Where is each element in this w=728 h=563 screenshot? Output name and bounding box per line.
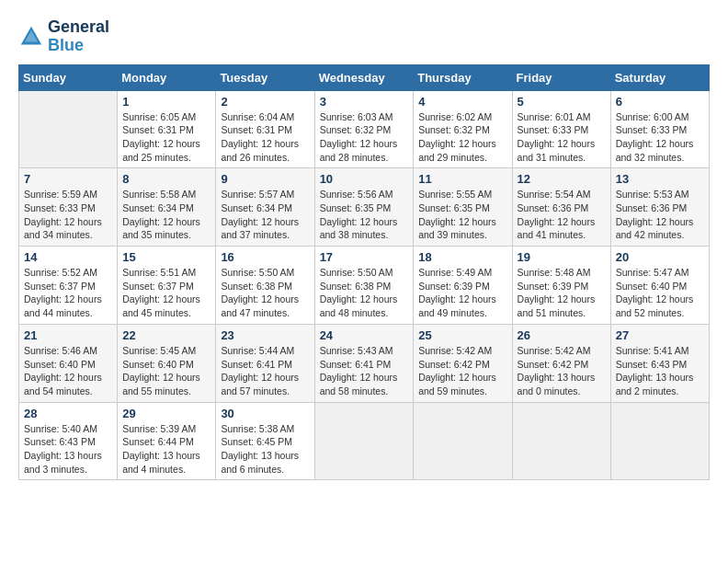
day-number: 13 <box>616 172 704 186</box>
calendar-cell: 4Sunrise: 6:02 AMSunset: 6:32 PMDaylight… <box>414 90 512 168</box>
calendar-cell: 20Sunrise: 5:47 AMSunset: 6:40 PMDayligh… <box>610 247 709 325</box>
day-number: 21 <box>24 328 112 342</box>
calendar-cell: 27Sunrise: 5:41 AMSunset: 6:43 PMDayligh… <box>610 324 709 402</box>
calendar-cell: 25Sunrise: 5:42 AMSunset: 6:42 PMDayligh… <box>414 324 512 402</box>
week-row: 1Sunrise: 6:05 AMSunset: 6:31 PMDaylight… <box>19 90 710 168</box>
day-info: Sunrise: 6:02 AMSunset: 6:32 PMDaylight:… <box>418 110 506 165</box>
day-number: 1 <box>122 95 210 109</box>
day-info: Sunrise: 5:47 AMSunset: 6:40 PMDaylight:… <box>616 266 704 320</box>
day-number: 25 <box>418 328 506 342</box>
day-info: Sunrise: 5:53 AMSunset: 6:36 PMDaylight:… <box>616 188 704 242</box>
day-number: 19 <box>518 250 606 264</box>
day-number: 15 <box>122 250 210 264</box>
day-info: Sunrise: 5:59 AMSunset: 6:33 PMDaylight:… <box>24 188 112 242</box>
day-number: 20 <box>616 250 704 264</box>
day-info: Sunrise: 5:51 AMSunset: 6:37 PMDaylight:… <box>122 266 210 320</box>
calendar-cell: 18Sunrise: 5:49 AMSunset: 6:39 PMDayligh… <box>414 247 512 325</box>
day-info: Sunrise: 5:49 AMSunset: 6:39 PMDaylight:… <box>418 266 506 320</box>
day-number: 7 <box>24 172 112 186</box>
day-info: Sunrise: 5:44 AMSunset: 6:41 PMDaylight:… <box>221 344 309 398</box>
header-cell-saturday: Saturday <box>610 64 709 90</box>
calendar-cell: 9Sunrise: 5:57 AMSunset: 6:34 PMDaylight… <box>216 168 314 247</box>
calendar-cell: 7Sunrise: 5:59 AMSunset: 6:33 PMDaylight… <box>19 168 118 247</box>
calendar-cell <box>512 402 610 480</box>
day-info: Sunrise: 5:46 AMSunset: 6:40 PMDaylight:… <box>24 344 112 398</box>
day-info: Sunrise: 5:54 AMSunset: 6:36 PMDaylight:… <box>518 188 606 242</box>
day-info: Sunrise: 6:05 AMSunset: 6:31 PMDaylight:… <box>122 110 210 165</box>
calendar-cell: 3Sunrise: 6:03 AMSunset: 6:32 PMDaylight… <box>314 90 414 168</box>
calendar-cell: 19Sunrise: 5:48 AMSunset: 6:39 PMDayligh… <box>512 247 610 325</box>
day-number: 26 <box>518 328 606 342</box>
calendar-table: SundayMondayTuesdayWednesdayThursdayFrid… <box>18 64 710 481</box>
day-number: 30 <box>221 407 309 420</box>
day-number: 14 <box>24 250 112 264</box>
day-info: Sunrise: 5:55 AMSunset: 6:35 PMDaylight:… <box>418 188 506 242</box>
calendar-cell: 6Sunrise: 6:00 AMSunset: 6:33 PMDaylight… <box>610 90 709 168</box>
day-info: Sunrise: 5:57 AMSunset: 6:34 PMDaylight:… <box>221 188 309 242</box>
calendar-cell: 28Sunrise: 5:40 AMSunset: 6:43 PMDayligh… <box>19 402 118 480</box>
day-number: 28 <box>24 407 112 420</box>
calendar-cell: 21Sunrise: 5:46 AMSunset: 6:40 PMDayligh… <box>19 324 118 402</box>
day-number: 29 <box>122 407 210 420</box>
week-row: 7Sunrise: 5:59 AMSunset: 6:33 PMDaylight… <box>19 168 710 247</box>
calendar-cell: 14Sunrise: 5:52 AMSunset: 6:37 PMDayligh… <box>19 247 118 325</box>
day-number: 5 <box>518 95 606 109</box>
calendar-cell: 11Sunrise: 5:55 AMSunset: 6:35 PMDayligh… <box>414 168 512 247</box>
calendar-cell: 15Sunrise: 5:51 AMSunset: 6:37 PMDayligh… <box>118 247 216 325</box>
calendar-cell: 2Sunrise: 6:04 AMSunset: 6:31 PMDaylight… <box>216 90 314 168</box>
day-number: 9 <box>221 172 309 186</box>
day-info: Sunrise: 5:41 AMSunset: 6:43 PMDaylight:… <box>616 344 704 398</box>
day-info: Sunrise: 5:50 AMSunset: 6:38 PMDaylight:… <box>320 266 409 320</box>
day-info: Sunrise: 5:56 AMSunset: 6:35 PMDaylight:… <box>320 188 409 242</box>
day-info: Sunrise: 5:39 AMSunset: 6:44 PMDaylight:… <box>122 422 210 477</box>
day-info: Sunrise: 5:48 AMSunset: 6:39 PMDaylight:… <box>518 266 606 320</box>
calendar-cell: 26Sunrise: 5:42 AMSunset: 6:42 PMDayligh… <box>512 324 610 402</box>
day-number: 4 <box>418 95 506 109</box>
header-cell-tuesday: Tuesday <box>216 64 314 90</box>
calendar-cell: 22Sunrise: 5:45 AMSunset: 6:40 PMDayligh… <box>118 324 216 402</box>
day-number: 11 <box>418 172 506 186</box>
day-number: 27 <box>616 328 704 342</box>
day-number: 17 <box>320 250 409 264</box>
day-number: 16 <box>221 250 309 264</box>
week-row: 21Sunrise: 5:46 AMSunset: 6:40 PMDayligh… <box>19 324 710 402</box>
day-info: Sunrise: 5:38 AMSunset: 6:45 PMDaylight:… <box>221 422 309 477</box>
header-cell-thursday: Thursday <box>414 64 512 90</box>
day-info: Sunrise: 6:00 AMSunset: 6:33 PMDaylight:… <box>616 110 704 165</box>
calendar-cell <box>610 402 709 480</box>
day-info: Sunrise: 5:45 AMSunset: 6:40 PMDaylight:… <box>122 344 210 398</box>
day-number: 10 <box>320 172 409 186</box>
calendar-cell: 29Sunrise: 5:39 AMSunset: 6:44 PMDayligh… <box>118 402 216 480</box>
calendar-cell: 30Sunrise: 5:38 AMSunset: 6:45 PMDayligh… <box>216 402 314 480</box>
calendar-cell: 23Sunrise: 5:44 AMSunset: 6:41 PMDayligh… <box>216 324 314 402</box>
day-info: Sunrise: 5:42 AMSunset: 6:42 PMDaylight:… <box>418 344 506 398</box>
day-info: Sunrise: 6:03 AMSunset: 6:32 PMDaylight:… <box>320 110 409 165</box>
calendar-cell: 12Sunrise: 5:54 AMSunset: 6:36 PMDayligh… <box>512 168 610 247</box>
header-cell-monday: Monday <box>118 64 216 90</box>
header-row: SundayMondayTuesdayWednesdayThursdayFrid… <box>19 64 710 90</box>
page-header: General Blue <box>18 18 710 55</box>
calendar-cell: 13Sunrise: 5:53 AMSunset: 6:36 PMDayligh… <box>610 168 709 247</box>
calendar-cell: 16Sunrise: 5:50 AMSunset: 6:38 PMDayligh… <box>216 247 314 325</box>
day-number: 12 <box>518 172 606 186</box>
day-number: 8 <box>122 172 210 186</box>
day-info: Sunrise: 5:40 AMSunset: 6:43 PMDaylight:… <box>24 422 112 477</box>
header-cell-friday: Friday <box>512 64 610 90</box>
day-number: 22 <box>122 328 210 342</box>
day-number: 3 <box>320 95 409 109</box>
day-number: 23 <box>221 328 309 342</box>
calendar-cell <box>314 402 414 480</box>
calendar-cell: 1Sunrise: 6:05 AMSunset: 6:31 PMDaylight… <box>118 90 216 168</box>
header-cell-sunday: Sunday <box>19 64 118 90</box>
header-cell-wednesday: Wednesday <box>314 64 414 90</box>
day-info: Sunrise: 6:04 AMSunset: 6:31 PMDaylight:… <box>221 110 309 165</box>
calendar-cell: 17Sunrise: 5:50 AMSunset: 6:38 PMDayligh… <box>314 247 414 325</box>
day-info: Sunrise: 5:58 AMSunset: 6:34 PMDaylight:… <box>122 188 210 242</box>
logo: General Blue <box>18 18 109 55</box>
day-info: Sunrise: 5:42 AMSunset: 6:42 PMDaylight:… <box>518 344 606 398</box>
day-info: Sunrise: 5:50 AMSunset: 6:38 PMDaylight:… <box>221 266 309 320</box>
calendar-cell: 24Sunrise: 5:43 AMSunset: 6:41 PMDayligh… <box>314 324 414 402</box>
week-row: 14Sunrise: 5:52 AMSunset: 6:37 PMDayligh… <box>19 247 710 325</box>
week-row: 28Sunrise: 5:40 AMSunset: 6:43 PMDayligh… <box>19 402 710 480</box>
logo-text: General Blue <box>48 18 109 55</box>
